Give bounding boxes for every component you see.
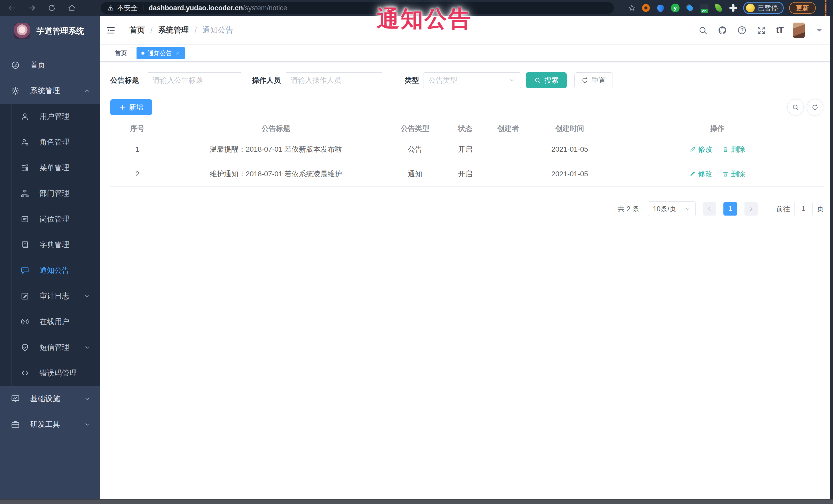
- sidebar-item-dict[interactable]: 字典管理: [0, 232, 100, 258]
- search-icon: [792, 103, 800, 111]
- sidebar-item-post[interactable]: 岗位管理: [0, 206, 100, 232]
- col-actions: 操作: [611, 120, 824, 137]
- sidebar-item-dept[interactable]: 部门管理: [0, 181, 100, 206]
- chevron-down-icon: [84, 395, 91, 402]
- chevron-down-icon: [509, 77, 516, 83]
- table-header-row: 序号 公告标题 公告类型 状态 创建者 创建时间 操作: [110, 120, 824, 137]
- tag-label: 通知公告: [147, 49, 172, 57]
- sidebar-toggle-icon[interactable]: [106, 25, 116, 35]
- page-unit-label: 页: [817, 204, 824, 214]
- browser-menu-icon[interactable]: ⋮⋮⋮: [821, 2, 830, 15]
- chevron-left-icon: [706, 206, 713, 212]
- sidebar-item-user[interactable]: 用户管理: [0, 104, 100, 129]
- sidebar-item-label: 短信管理: [40, 342, 69, 353]
- chevron-up-icon: [84, 88, 91, 94]
- extension-on-icon[interactable]: on: [700, 4, 709, 12]
- page-size-value: 10条/页: [653, 204, 676, 214]
- tag-notice[interactable]: 通知公告: [137, 47, 185, 59]
- refresh-table-button[interactable]: [807, 99, 823, 116]
- goto-page-input[interactable]: [794, 202, 813, 216]
- extension-ring-icon[interactable]: [641, 3, 650, 13]
- search-icon[interactable]: [698, 25, 708, 35]
- user-icon: [21, 112, 29, 121]
- reload-icon[interactable]: [47, 3, 56, 13]
- edit-link[interactable]: 修改: [689, 144, 712, 154]
- col-type: 公告类型: [387, 120, 443, 137]
- col-created: 创建时间: [529, 120, 611, 137]
- sidebar-item-menu[interactable]: 菜单管理: [0, 155, 100, 181]
- home-icon[interactable]: [67, 3, 76, 13]
- breadcrumb-separator: /: [194, 26, 196, 34]
- search-button[interactable]: 搜索: [526, 72, 567, 88]
- browser-right-controls: y on 已暂停 更新 ⋮⋮⋮: [628, 0, 830, 16]
- delete-link[interactable]: 删除: [722, 144, 745, 154]
- add-button[interactable]: 新增: [110, 99, 152, 115]
- font-size-icon[interactable]: tT: [776, 25, 783, 35]
- sidebar-item-home[interactable]: 首页: [0, 52, 100, 78]
- sidebar-item-infra[interactable]: 基础设施: [0, 386, 100, 412]
- goto-label: 前往: [776, 204, 790, 214]
- toggle-search-button[interactable]: [787, 99, 804, 116]
- row-type: 通知: [387, 162, 443, 186]
- extension-leaf-icon[interactable]: [714, 3, 723, 13]
- header-actions: tT: [698, 23, 824, 38]
- sidebar-item-system[interactable]: 系统管理: [0, 78, 100, 104]
- title-filter-input[interactable]: [147, 72, 242, 88]
- sidebar-item-label: 岗位管理: [40, 214, 69, 224]
- sidebar-item-role[interactable]: 角色管理: [0, 129, 100, 155]
- col-title: 公告标题: [164, 120, 387, 137]
- browser-profile-chip[interactable]: 已暂停: [743, 2, 784, 14]
- url-path: /system/notice: [243, 4, 287, 12]
- close-icon[interactable]: [175, 51, 180, 55]
- extensions-puzzle-icon[interactable]: [729, 3, 738, 13]
- prev-page-button[interactable]: [703, 202, 716, 216]
- fullscreen-icon[interactable]: [757, 25, 766, 35]
- sidebar-item-label: 部门管理: [40, 188, 69, 199]
- bookmark-star-icon[interactable]: [628, 4, 636, 12]
- current-page-button[interactable]: 1: [723, 202, 737, 216]
- breadcrumb: 首页 / 系统管理 / 通知公告: [129, 25, 233, 35]
- breadcrumb-system[interactable]: 系统管理: [158, 25, 189, 35]
- operator-filter-input[interactable]: [285, 72, 383, 88]
- notice-icon: [21, 266, 29, 275]
- sidebar-logo-row[interactable]: 芋道管理系统: [0, 16, 100, 46]
- breadcrumb-home[interactable]: 首页: [129, 25, 145, 35]
- breadcrumb-separator: /: [150, 26, 152, 34]
- page-size-select[interactable]: 10条/页: [648, 201, 696, 216]
- browser-update-button[interactable]: 更新: [789, 2, 816, 14]
- sidebar-item-sms[interactable]: 短信管理: [0, 335, 100, 360]
- chevron-down-icon: [84, 344, 91, 351]
- edit-link[interactable]: 修改: [689, 169, 712, 179]
- help-icon[interactable]: [737, 25, 747, 35]
- infra-icon: [11, 394, 20, 403]
- row-creator: [487, 162, 529, 186]
- row-title: 温馨提醒：2018-07-01 若依新版本发布啦: [164, 137, 387, 162]
- sidebar-item-audit[interactable]: 审计日志: [0, 283, 100, 309]
- next-page-button[interactable]: [744, 202, 758, 216]
- chevron-down-icon: [685, 206, 691, 212]
- reset-button[interactable]: 重置: [574, 72, 613, 88]
- app-logo: [15, 23, 30, 39]
- dept-icon: [21, 189, 29, 198]
- page-content: 公告标题 操作人员 类型 公告类型 搜索 重置 新增: [100, 72, 833, 216]
- sidebar-item-errcode[interactable]: 错误码管理: [0, 360, 100, 386]
- extension-green-icon[interactable]: y: [670, 3, 680, 13]
- user-avatar[interactable]: [793, 23, 805, 38]
- profile-status: 已暂停: [758, 4, 778, 13]
- extension-drop-icon[interactable]: [656, 3, 665, 13]
- browser-nav-buttons: [7, 3, 76, 13]
- sidebar-item-devtools[interactable]: 研发工具: [0, 412, 100, 437]
- type-filter-label: 类型: [405, 75, 419, 85]
- sidebar-item-notice[interactable]: 通知公告: [0, 258, 100, 283]
- avatar-caret-icon[interactable]: [814, 25, 824, 35]
- forward-icon[interactable]: [27, 3, 37, 13]
- extension-diamond-icon[interactable]: [685, 3, 694, 13]
- sidebar-item-online[interactable]: 在线用户: [0, 309, 100, 335]
- back-icon[interactable]: [7, 3, 17, 13]
- address-bar[interactable]: 不安全 dashboard.yudao.iocoder.cn/system/no…: [101, 2, 614, 14]
- delete-link[interactable]: 删除: [722, 169, 745, 179]
- type-select[interactable]: 公告类型: [423, 72, 521, 88]
- tag-home[interactable]: 首页: [110, 47, 132, 59]
- sidebar-item-label: 系统管理: [30, 86, 60, 96]
- github-icon[interactable]: [717, 25, 727, 35]
